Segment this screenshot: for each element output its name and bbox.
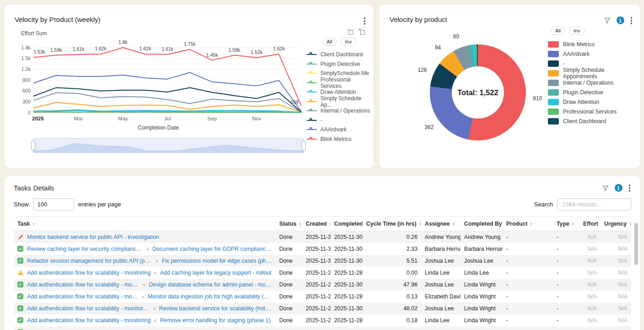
svg-text:900: 900 [22,77,31,83]
table-row: ✓Add authentication flow for scalability… [14,314,631,326]
task-link[interactable]: Refactor session management for public A… [27,258,152,264]
urgency-cell: N/A [601,314,631,326]
svg-text:1.62k: 1.62k [139,46,151,51]
linked-task-link[interactable]: Fix permissions model for edge cases (ph… [162,258,272,264]
task-link[interactable]: Add authentication flow for scalability … [27,281,140,288]
column-header-urgency[interactable]: Urgency▲▼ [601,216,631,231]
svg-text:2025: 2025 [32,116,44,121]
column-header-task[interactable]: Task▲▼ [14,216,276,231]
legend-item-5[interactable]: Simply Schedule Ap... [307,97,372,107]
table-scrollbar-thumb[interactable] [634,223,638,265]
line-legend-inv-button[interactable]: Inv [341,38,357,46]
restore-icon[interactable] [358,28,365,35]
task-link[interactable]: Monitor backend service for public API -… [27,234,159,240]
legend-line-marker [307,99,317,104]
linked-task-link[interactable]: Monitor data ingestion job for high avai… [148,293,272,300]
svg-text:189: 189 [290,99,298,105]
legend-swatch [548,108,559,115]
legend-item-label: Simply Schedule Ap... [320,95,372,108]
task-cell: ✓Refactor session management for public … [14,255,276,267]
cycle-time-cell: 0.18 [363,314,421,326]
search-input[interactable] [557,198,631,211]
datazoom-left-handle[interactable] [31,141,35,151]
linked-task-link[interactable]: Remove error handling for staging (phase… [160,317,270,324]
table-menu-icon[interactable] [628,184,632,193]
cycle-time-cell: 2.33 [363,243,421,255]
check-icon: ✓ [17,281,24,287]
donut-legend-item-8[interactable]: Client Dashboard [548,116,638,126]
legend-item-3[interactable]: Professional Services [307,78,372,88]
legend-item-1[interactable]: Plugin Detective [307,60,372,69]
table-row: ✓Add authentication flow for scalability… [14,303,631,314]
sort-icon: ▲▼ [32,222,35,227]
task-link[interactable]: Add authentication flow for scalability … [27,317,151,324]
task-link[interactable]: Add authentication flow for scalability … [27,293,138,300]
donut-slice-label: 362 [424,124,433,130]
donut-legend-inv-button[interactable]: Inv [569,27,585,35]
product-cell: - [503,303,553,314]
donut-legend-label: - [563,60,565,67]
y-axis-title: Effort Sum [21,30,47,37]
status-cell: Done [276,231,302,243]
donut-legend-item-1[interactable]: AAArdvark [548,49,638,59]
column-header-completed[interactable]: Completed▲▼ [330,216,363,231]
datazoom-right-handle[interactable] [302,141,306,151]
donut-legend-label: Professional Services [563,108,617,115]
linked-task-link[interactable]: Add caching layer for legacy support - r… [160,270,271,276]
legend-item-0[interactable]: Client Dashboard [307,50,372,60]
donut-card-menu-icon[interactable] [630,16,633,25]
donut-legend-item-6[interactable]: Draw Attention [548,97,638,107]
filter-icon[interactable] [604,17,611,24]
velocity-product-card: Velocity by product 1 Total: 1,522 81036… [379,5,640,168]
linked-task-link[interactable]: Design database schema for admin panel -… [149,281,272,288]
created-cell: 2025-11-28 [302,267,330,279]
column-header-type[interactable]: Type▲▼ [553,216,579,231]
donut-legend-all-button[interactable]: All [551,27,565,35]
donut-legend-item-7[interactable]: Professional Services [548,107,638,116]
table-scrollbar [634,223,638,330]
legend-item-8[interactable]: AAArdvark [307,125,372,135]
svg-text:1.59k: 1.59k [50,47,62,53]
task-link[interactable]: Review caching layer for security compli… [27,246,143,252]
table-filter-icon[interactable] [602,184,609,192]
column-header-cycle-time-in-hrs-[interactable]: Cycle Time (in hrs)▲▼ [363,216,421,231]
status-cell: Done [276,243,302,255]
status-cell: Done [276,291,302,303]
status-cell: Done [276,303,302,314]
line-legend-all-button[interactable]: All [322,38,337,46]
data-zoom-icon[interactable] [347,28,354,35]
svg-text:Mar: Mar [74,116,83,121]
column-header-effort[interactable]: Effort▲▼ [579,216,601,231]
legend-item-6[interactable]: Internal / Operations [307,106,372,116]
datazoom-slider[interactable] [33,138,304,153]
assignee-cell: Joshua Lee [421,255,460,267]
sort-icon: ▲▼ [629,222,631,227]
column-header-created[interactable]: Created▲▼ [302,216,330,231]
product-cell: - [503,231,553,243]
column-header-product[interactable]: Product▲▼ [503,216,553,231]
page-size-input[interactable] [33,198,74,211]
linked-task-link[interactable]: Review backend service for scalability (… [159,305,272,312]
linked-task-link[interactable]: Document caching layer for GDPR complian… [152,246,272,252]
filter-count-badge: 1 [617,16,624,24]
assignee-cell: Linda Lee [421,314,460,326]
svg-text:1.45k: 1.45k [206,52,218,58]
legend-line-marker [307,108,317,114]
column-header-assignee[interactable]: Assignee▲▼ [421,216,460,231]
legend-item-label: - [320,117,322,124]
column-header-completed-by[interactable]: Completed By▲▼ [460,216,503,231]
legend-item-9[interactable]: Blink Metrics [307,135,372,144]
velocity-weekly-card: Velocity by Product (weekly) Effort Sum … [5,5,373,168]
line-card-menu-icon[interactable] [363,16,367,26]
legend-item-7[interactable]: - [307,116,372,125]
show-label: Show [14,201,29,208]
donut-legend-item-3[interactable]: Simply Schedule Appointments [548,68,638,78]
task-cell: ✓Configure notification engine for GDPR … [14,326,276,330]
donut-legend-item-0[interactable]: Blink Metrics [548,39,638,49]
task-link[interactable]: Add authentication flow for scalability … [27,270,151,276]
donut-legend-item-5[interactable]: Plugin Detective [548,87,638,97]
task-link[interactable]: Add authentication flow for scalability … [27,305,150,312]
column-header-status[interactable]: Status▲▼ [276,216,302,231]
svg-text:1.62k: 1.62k [95,46,107,51]
sort-icon: ▲▼ [329,222,330,227]
